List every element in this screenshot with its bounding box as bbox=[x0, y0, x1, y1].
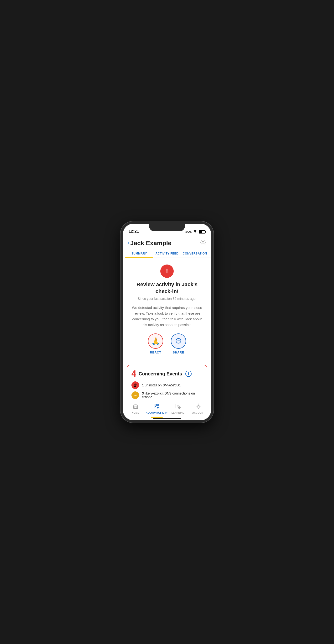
screen-content[interactable]: ‹ Jack Example SUMMARY ACTIVITY FEED CON… bbox=[123, 235, 211, 401]
phone-frame: 12:21 SOS ‹ Jack Example bbox=[120, 221, 214, 423]
nav-accountability-label: ACCOUNTABILITY bbox=[146, 412, 168, 414]
dns-icon: DNS bbox=[132, 392, 139, 399]
svg-point-0 bbox=[202, 242, 204, 243]
settings-button[interactable] bbox=[200, 239, 206, 247]
event-dns-text: 3 likely-explicit DNS connections on iPh… bbox=[142, 392, 202, 399]
home-indicator bbox=[153, 418, 181, 419]
accountability-icon bbox=[154, 403, 160, 410]
action-buttons: 🙏 REACT SHARE bbox=[128, 334, 206, 354]
event-row-uninstall: 🗑 1 uninstall on SM-A526U1 bbox=[132, 382, 202, 389]
page-title: Jack Example bbox=[130, 240, 171, 247]
alert-exclamation-icon: ! bbox=[160, 264, 174, 278]
alert-title: Review activity in Jack's check-in! bbox=[128, 281, 206, 295]
nav-account[interactable]: ACCOUNT bbox=[188, 403, 209, 414]
side-button-volume-down bbox=[120, 281, 121, 294]
back-button[interactable]: ‹ Jack Example bbox=[128, 240, 171, 247]
events-header: 4 Concerning Events i bbox=[132, 370, 202, 378]
events-count: 4 bbox=[132, 370, 136, 378]
svg-point-5 bbox=[155, 404, 157, 406]
alert-subtitle: Since your last session 36 minutes ago. bbox=[128, 297, 206, 300]
bottom-nav: HOME ACCOUNTABILITY bbox=[123, 401, 211, 420]
wifi-icon bbox=[193, 230, 197, 234]
home-icon bbox=[133, 403, 138, 410]
svg-point-4 bbox=[180, 340, 180, 341]
tab-summary[interactable]: SUMMARY bbox=[125, 249, 153, 258]
side-button-volume-up bbox=[120, 264, 121, 278]
pray-icon: 🙏 bbox=[151, 337, 160, 345]
trash-icon: 🗑 bbox=[132, 382, 139, 389]
svg-point-6 bbox=[158, 404, 159, 406]
status-time: 12:21 bbox=[128, 229, 139, 234]
event-uninstall-text: 1 uninstall on SM-A526U1 bbox=[142, 383, 181, 387]
concerning-events-card: 4 Concerning Events i 🗑 1 uninstall on S… bbox=[127, 365, 207, 401]
nav-learning-label: LEARNING bbox=[172, 412, 185, 414]
share-circle bbox=[171, 334, 186, 349]
react-button[interactable]: 🙏 REACT bbox=[148, 334, 163, 354]
tab-activity-feed[interactable]: ACTIVITY FEED bbox=[153, 249, 181, 258]
side-button-mute bbox=[120, 252, 121, 260]
svg-point-3 bbox=[178, 340, 179, 341]
nav-home[interactable]: HOME bbox=[125, 403, 146, 414]
nav-account-label: ACCOUNT bbox=[192, 412, 205, 414]
speech-bubble-icon bbox=[175, 338, 182, 345]
notch bbox=[149, 224, 185, 231]
svg-point-2 bbox=[177, 340, 178, 341]
header: ‹ Jack Example bbox=[123, 235, 211, 249]
react-label: REACT bbox=[150, 350, 161, 354]
sos-indicator: SOS bbox=[185, 230, 192, 234]
battery-icon bbox=[199, 230, 206, 234]
nav-home-label: HOME bbox=[132, 412, 139, 414]
nav-accountability[interactable]: ACCOUNTABILITY bbox=[146, 403, 168, 414]
share-label: SHARE bbox=[173, 350, 184, 354]
tab-conversation[interactable]: CONVERSATION bbox=[181, 249, 209, 258]
learning-icon bbox=[175, 403, 181, 410]
account-icon bbox=[196, 403, 201, 410]
back-chevron-icon: ‹ bbox=[128, 240, 129, 246]
status-right: SOS bbox=[185, 230, 206, 234]
alert-section: ! Review activity in Jack's check-in! Si… bbox=[123, 258, 211, 365]
events-title: Concerning Events bbox=[138, 371, 182, 376]
share-button[interactable]: SHARE bbox=[171, 334, 186, 354]
nav-learning[interactable]: LEARNING bbox=[168, 403, 188, 414]
tab-bar: SUMMARY ACTIVITY FEED CONVERSATION bbox=[123, 249, 211, 258]
side-button-power bbox=[213, 267, 214, 286]
react-circle: 🙏 bbox=[148, 334, 163, 349]
alert-body: We detected activity that requires your … bbox=[128, 305, 206, 328]
event-row-dns: DNS 3 likely-explicit DNS connections on… bbox=[132, 392, 202, 399]
svg-point-9 bbox=[198, 406, 200, 407]
events-info-icon[interactable]: i bbox=[185, 371, 192, 377]
